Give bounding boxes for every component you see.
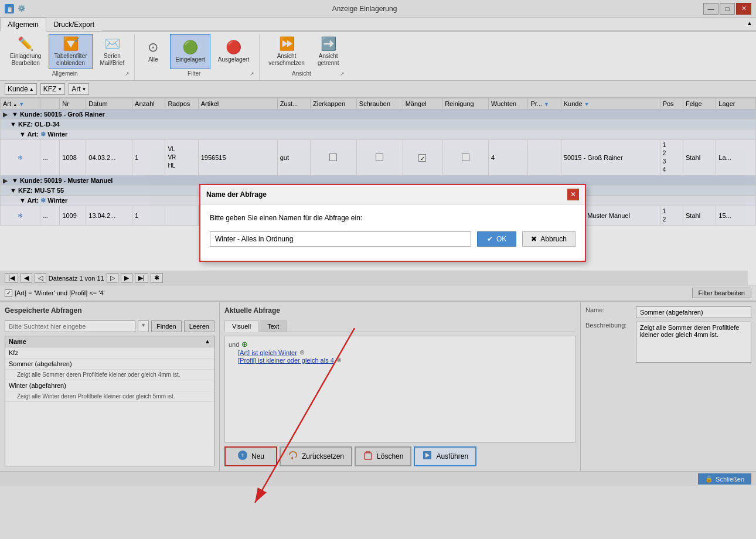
modal-cancel-btn[interactable]: ✖ Abbruch (522, 231, 575, 247)
modal-instruction: Bitte geben Sie einen Namen für die Abfr… (210, 214, 575, 222)
modal-overlay: Name der Abfrage ✕ Bitte geben Sie einen… (0, 0, 756, 539)
modal-dialog: Name der Abfrage ✕ Bitte geben Sie einen… (199, 184, 586, 262)
svg-line-11 (255, 328, 355, 503)
arrow-annotation (0, 0, 756, 539)
modal-ok-btn[interactable]: ✔ OK (477, 231, 516, 247)
modal-title: Name der Abfrage (206, 190, 267, 199)
modal-close-btn[interactable]: ✕ (567, 189, 579, 200)
modal-title-bar: Name der Abfrage ✕ (200, 185, 585, 204)
modal-cancel-x-icon: ✖ (531, 235, 537, 243)
modal-ok-label: OK (496, 235, 506, 243)
modal-input[interactable] (210, 231, 471, 247)
modal-ok-check-icon: ✔ (487, 235, 493, 243)
modal-cancel-label: Abbruch (540, 235, 567, 243)
modal-body: Bitte geben Sie einen Namen für die Abfr… (200, 204, 585, 261)
modal-input-row: ✔ OK ✖ Abbruch (210, 231, 575, 247)
